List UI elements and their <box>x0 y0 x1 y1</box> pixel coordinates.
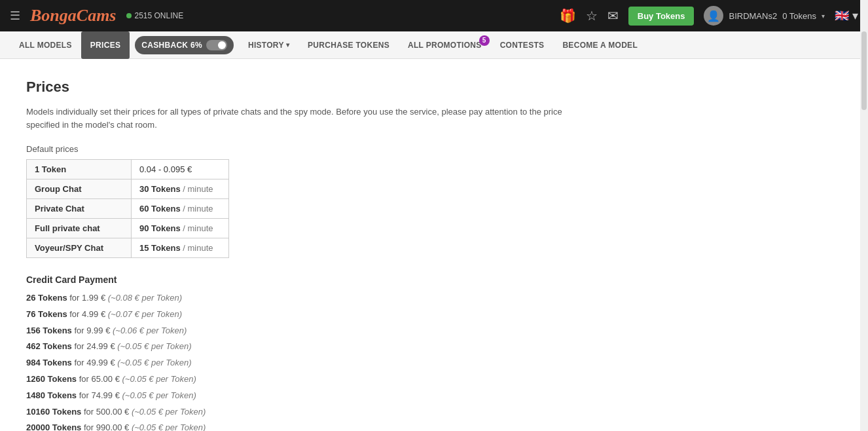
online-badge: 2515 ONLINE <box>126 11 184 20</box>
nav-cashback[interactable]: CASHBACK 6% <box>130 31 239 59</box>
gift-icon[interactable]: 🎁 <box>560 8 576 24</box>
default-prices-label: Default prices <box>26 144 563 154</box>
star-icon[interactable]: ☆ <box>586 8 598 24</box>
secondary-nav: ALL MODELS PRICES CASHBACK 6% HISTORY ▾ … <box>0 31 868 59</box>
online-dot-icon <box>126 13 132 18</box>
table-row: Group Chat30 Tokens / minute <box>27 179 229 199</box>
main-content: Prices Models individually set their pri… <box>0 59 589 431</box>
cashback-toggle[interactable]: CASHBACK 6% <box>135 36 234 54</box>
price-value: 60 Tokens / minute <box>132 199 229 219</box>
page-title: Prices <box>26 79 563 96</box>
nav-history[interactable]: HISTORY ▾ <box>239 31 298 59</box>
list-item: 10160 Tokens for 500.00 € (~0.05 € per T… <box>26 405 563 419</box>
promotions-badge: 5 <box>479 35 490 46</box>
prices-table: 1 Token0.04 - 0.095 €Group Chat30 Tokens… <box>26 159 229 258</box>
logo[interactable]: BongaCams <box>30 6 117 26</box>
price-label: Full private chat <box>27 219 132 238</box>
table-row: 1 Token0.04 - 0.095 € <box>27 160 229 179</box>
price-value: 30 Tokens / minute <box>132 179 229 199</box>
nav-contests[interactable]: CONTESTS <box>491 31 554 59</box>
list-item: 984 Tokens for 49.99 € (~0.05 € per Toke… <box>26 356 563 370</box>
cashback-switch[interactable] <box>206 40 227 50</box>
list-item: 1260 Tokens for 65.00 € (~0.05 € per Tok… <box>26 373 563 386</box>
top-bar: ☰ BongaCams 2515 ONLINE 🎁 ☆ ✉ Buy Tokens… <box>0 0 868 31</box>
nav-all-promotions[interactable]: ALL PROMOTIONS 5 <box>399 31 491 59</box>
price-label: Private Chat <box>27 199 132 219</box>
nav-purchase-tokens[interactable]: PURCHASE TOKENS <box>298 31 399 59</box>
price-label: Voyeur/SPY Chat <box>27 238 132 258</box>
nav-prices[interactable]: PRICES <box>81 31 130 59</box>
top-bar-left: ☰ BongaCams 2515 ONLINE <box>10 6 550 26</box>
list-item: 1480 Tokens for 74.99 € (~0.05 € per Tok… <box>26 389 563 403</box>
list-item: 462 Tokens for 24.99 € (~0.05 € per Toke… <box>26 340 563 354</box>
scrollbar-thumb[interactable] <box>861 31 867 110</box>
list-item: 156 Tokens for 9.99 € (~0.06 € per Token… <box>26 324 563 338</box>
user-dropdown-icon[interactable]: ▾ <box>822 12 825 20</box>
avatar: 👤 <box>704 6 723 26</box>
price-value: 15 Tokens / minute <box>132 238 229 258</box>
list-item: 20000 Tokens for 990.00 € (~0.05 € per T… <box>26 421 563 431</box>
token-packages: 26 Tokens for 1.99 € (~0.08 € per Token)… <box>26 291 563 431</box>
table-row: Full private chat90 Tokens / minute <box>27 219 229 238</box>
credit-card-title: Credit Card Payment <box>26 274 563 285</box>
online-count: 2515 ONLINE <box>135 11 184 20</box>
price-value: 90 Tokens / minute <box>132 219 229 238</box>
table-row: Private Chat60 Tokens / minute <box>27 199 229 219</box>
nav-all-models[interactable]: ALL MODELS <box>10 31 81 59</box>
language-flag[interactable]: 🇬🇧 ▾ <box>835 9 858 23</box>
price-label: 1 Token <box>27 160 132 179</box>
table-row: Voyeur/SPY Chat15 Tokens / minute <box>27 238 229 258</box>
mail-icon[interactable]: ✉ <box>607 8 619 24</box>
scrollbar[interactable] <box>860 0 868 431</box>
price-label: Group Chat <box>27 179 132 199</box>
list-item: 26 Tokens for 1.99 € (~0.08 € per Token) <box>26 291 563 305</box>
history-dropdown-icon: ▾ <box>286 41 289 48</box>
tokens-count: 0 Tokens <box>782 11 816 21</box>
list-item: 76 Tokens for 4.99 € (~0.07 € per Token) <box>26 308 563 322</box>
buy-tokens-button[interactable]: Buy Tokens <box>628 7 695 26</box>
hamburger-icon[interactable]: ☰ <box>10 9 20 23</box>
top-bar-right: 🎁 ☆ ✉ Buy Tokens 👤 BIRDMANs2 0 Tokens ▾ … <box>560 6 858 26</box>
page-description: Models individually set their prices for… <box>26 105 563 131</box>
price-value: 0.04 - 0.095 € <box>132 160 229 179</box>
nav-become-a-model[interactable]: BECOME A MODEL <box>553 31 647 59</box>
user-info[interactable]: 👤 BIRDMANs2 0 Tokens ▾ <box>704 6 825 26</box>
username: BIRDMANs2 <box>729 11 777 21</box>
